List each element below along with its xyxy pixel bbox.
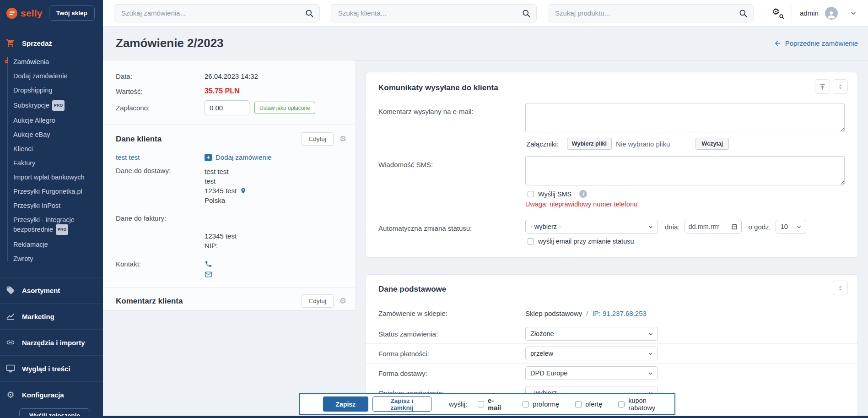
envelope-icon[interactable] [205,271,212,278]
paid-amount-input[interactable] [205,100,249,115]
sidebar-item-dodaj-zamowienie[interactable]: Dodaj zamówienie [13,69,103,83]
sidebar-section-sprzedaz[interactable]: Sprzedaż [0,27,103,53]
order-status-select[interactable]: Złożone [525,327,658,341]
sidebar-item-przesylki-furgonetka[interactable]: Przesyłki Furgonetka.pl [13,185,103,199]
send-email-checkbox[interactable] [478,401,484,407]
sidebar-item-przesylki-inpost[interactable]: Przesyłki InPost [13,199,103,213]
page-header: Zamówienie 2/2023 Poprzednie zamówienie [103,27,868,60]
save-action-bar: Zapisz Zapisz i zamknij wyślij: e-mail p… [299,393,675,415]
advanced-search-tools-icon[interactable]: ⚙ [772,7,784,19]
sidebar-item-przesylki-integracje[interactable]: Przesyłki - integracje bezpośredniePRO [13,213,103,238]
customer-name-link[interactable]: test test [116,153,205,161]
invoice-line: 12345 test [205,231,237,241]
user-name[interactable]: admin [800,9,819,17]
shop-row: Zamówienie w sklepie: Sklep podstawowy /… [366,303,857,324]
value-label: Wartość: [116,87,205,95]
set-as-paid-button[interactable]: Ustaw jako opłacone [254,102,315,114]
send-coupon-option: kupon rabatowy [618,397,674,412]
status-row: Status zamówienia: Złożone [366,324,857,343]
product-search [548,4,754,22]
sidebar-section-label: Asortyment [22,287,60,294]
invoice-data-label: Dane do faktury: [116,214,205,222]
brand-area: selly Twój sklep [0,0,103,27]
sidebar-section-konfiguracja[interactable]: ⚙ Konfiguracja [0,381,103,407]
link-icon [6,338,15,347]
customer-messages-card: Komunikaty wysyłane do klienta Komentarz… [365,72,858,258]
gear-icon[interactable]: ⚙ [340,135,346,143]
order-date: 26.04.2023 14:32 [205,72,258,80]
sidebar-item-subskrypcje[interactable]: SubskrypcjePRO [13,98,103,114]
search-icon[interactable] [739,9,748,18]
sidebar-item-zwroty[interactable]: Zwroty [13,252,103,266]
sidebar-section-asortyment[interactable]: Asortyment [0,277,103,303]
customer-comment-heading: Komentarz klienta [116,297,183,306]
email-on-status-change-checkbox[interactable] [528,238,534,244]
sidebar-item-import-wplat[interactable]: Import wpłat bankowych [13,170,103,185]
sidebar-item-aukcje-ebay[interactable]: Aukcje eBay [13,128,103,142]
send-offer-checkbox[interactable] [575,401,582,407]
client-search-input[interactable] [331,4,537,22]
status-date-input[interactable]: dd.mm.rrrr [685,220,742,233]
add-order-link[interactable]: + Dodaj zamówienie [205,153,272,161]
previous-order-link[interactable]: Poprzednie zamówienie [774,39,858,47]
location-pin-icon[interactable] [240,187,247,194]
payment-form-select[interactable]: przelew [525,347,658,360]
page-title: Zamówienie 2/2023 [116,36,224,50]
sidebar-item-zamowienia[interactable]: Zamówienia [13,55,103,69]
expand-collapse-button[interactable] [833,79,848,94]
selly-logo[interactable]: selly [6,7,43,19]
expand-collapse-button[interactable] [833,281,848,295]
messages-card-title: Komunikaty wysyłane do klienta [378,79,498,92]
sidebar-item-klienci[interactable]: Klienci [13,142,103,156]
send-proforma-option: proformę [523,401,559,408]
send-coupon-checkbox[interactable] [618,401,625,407]
ip-link[interactable]: IP: 91.237.68.253 [592,309,646,317]
edit-comment-button[interactable]: Edytuj [302,294,334,308]
contact-icons [205,260,212,278]
invoice-address: 12345 test NIP: [205,231,237,250]
sms-message-textarea[interactable] [525,156,845,185]
sidebar-section-wyglad[interactable]: Wygląd i treści [0,355,103,381]
chevron-down-icon [648,371,653,376]
upload-button[interactable]: Wczytaj [695,138,729,150]
sms-warning-text: Uwaga: nieprawidłowy numer telefonu [525,201,857,208]
your-shop-button[interactable]: Twój sklep [49,5,95,21]
save-button[interactable]: Zapisz [323,396,368,412]
edit-customer-button[interactable]: Edytuj [302,132,334,146]
delivery-form-select[interactable]: DPD Europe [525,366,658,380]
contact-label: Kontakt: [116,260,205,268]
topbar-divider [792,5,792,22]
collapse-to-top-button[interactable] [815,79,830,94]
search-icon[interactable] [522,9,531,18]
auto-status-select[interactable]: - wybierz - [525,220,658,233]
choose-files-button[interactable]: Wybierz pliki [567,138,612,150]
info-icon[interactable]: i [579,190,587,198]
search-icon[interactable] [305,9,314,18]
user-avatar[interactable] [825,7,838,20]
hour-inline-label: o godz. [749,223,771,231]
sidebar-item-aukcje-allegro[interactable]: Aukcje Allegro [13,114,103,128]
sidebar-item-faktury[interactable]: Faktury [13,156,103,170]
sidebar-section-marketing[interactable]: Marketing [0,303,103,329]
phone-icon[interactable] [205,260,212,268]
gear-icon[interactable]: ⚙ [340,297,346,305]
order-search-input[interactable] [114,4,320,22]
sidebar-section-label: Marketing [22,313,54,320]
calendar-icon[interactable] [731,223,738,230]
send-sms-checkbox[interactable] [528,191,534,197]
send-proforma-checkbox[interactable] [523,401,529,407]
auto-status-label: Automatyczna zmiana statusu: [378,221,525,232]
product-search-input[interactable] [548,4,754,22]
order-value: 35.75 PLN [205,87,239,95]
email-comment-textarea[interactable] [525,103,845,132]
sidebar-item-reklamacje[interactable]: Reklamacje [13,238,103,252]
shipping-line: 12345 test [205,186,247,195]
save-and-close-button[interactable]: Zapisz i zamknij [372,396,431,412]
chevron-down-icon[interactable] [850,10,857,17]
sidebar-item-dropshipping[interactable]: Dropshipping [13,83,103,98]
shop-name: Sklep podstawowy [525,309,582,317]
sidebar-section-narzedzia[interactable]: Narzędzia i importy [0,329,103,355]
shipping-line: Polska [205,195,247,205]
gear-icon: ⚙ [6,390,15,399]
status-hour-select[interactable]: 10 [776,220,806,233]
